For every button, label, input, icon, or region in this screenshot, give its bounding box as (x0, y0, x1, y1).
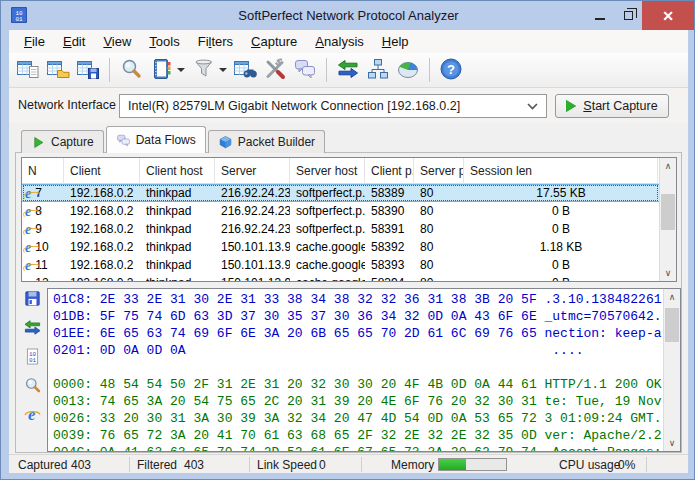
flow-row-11[interactable]: e11192.168.0.2thinkpad150.101.13.91cache… (22, 256, 659, 274)
cell-server: 216.92.24.234 (215, 186, 290, 200)
table-rows: e7192.168.0.2thinkpad216.92.24.234softpe… (22, 184, 659, 281)
new-flows-button[interactable] (13, 56, 43, 84)
menu-item-capture[interactable]: Capture (242, 31, 306, 52)
menu-item-analysis[interactable]: Analysis (306, 31, 372, 52)
network-interface-select[interactable]: Intel(R) 82579LM Gigabit Network Connect… (119, 94, 547, 118)
column-header-server[interactable]: Server (215, 158, 290, 184)
menu-item-tools[interactable]: Tools (140, 31, 188, 52)
cell-client: 192.168.0.2 (64, 276, 140, 281)
browser-icon: e (25, 205, 31, 218)
column-header-client-host[interactable]: Client host (140, 158, 215, 184)
flow-row-8[interactable]: e8192.168.0.2thinkpad216.92.24.234softpe… (22, 202, 659, 220)
address-book-button[interactable] (146, 56, 188, 84)
column-header-session-len[interactable]: Session len (464, 158, 658, 184)
filter-button[interactable] (188, 56, 230, 84)
save-file-icon (23, 289, 42, 311)
flows-button[interactable] (22, 319, 42, 339)
help-button[interactable]: ? (436, 56, 466, 84)
cell-server: 216.92.24.234 (215, 222, 290, 236)
ie-button[interactable]: e (22, 406, 42, 426)
column-header-client-p[interactable]: Client p... (365, 158, 414, 184)
hex-line-server: 0013: 74 65 3A 20 54 75 65 2C 20 31 39 2… (53, 393, 662, 410)
play-icon (566, 100, 576, 112)
title-bar[interactable]: 1001 SoftPerfect Network Protocol Analyz… (1, 1, 695, 30)
tab-data-flows[interactable]: Data Flows (106, 126, 206, 153)
browser-icon: e (25, 259, 31, 272)
hex-line-server: 0000: 48 54 54 50 2F 31 2E 31 20 32 30 3… (53, 376, 662, 393)
cell-server-host: cache.google.... (290, 258, 365, 272)
scroll-up-icon[interactable]: ∧ (660, 158, 676, 174)
flows-button[interactable] (333, 56, 363, 84)
cell-client-port: 58390 (365, 204, 414, 218)
status-separator (129, 457, 130, 472)
column-header-client[interactable]: Client (64, 158, 140, 184)
scrollbar-thumb[interactable] (665, 308, 679, 342)
scroll-up-icon[interactable]: ∧ (664, 289, 680, 305)
flows-icon (23, 318, 42, 340)
hex-scrollbar[interactable]: ∧ ∨ (663, 289, 680, 451)
status-separator (249, 457, 250, 472)
flow-row-12[interactable]: e12192.168.0.2thinkpad150.101.13.91cache… (22, 274, 659, 281)
flow-row-9[interactable]: e9192.168.0.2thinkpad216.92.24.234softpe… (22, 220, 659, 238)
cell-n: e7 (22, 186, 64, 200)
memory-bar (438, 458, 507, 471)
tab-capture[interactable]: Capture (21, 130, 104, 153)
status-separator (646, 457, 647, 472)
find-flows-button[interactable] (230, 56, 260, 84)
hex-line-server: 004C: 0A 41 63 63 65 70 74 2D 52 61 6E 6… (53, 444, 662, 451)
cell-n: e12 (22, 276, 64, 281)
save-file-button[interactable] (22, 290, 42, 310)
cell-server-host: softperfect.p... (290, 222, 365, 236)
dropdown-arrow-icon[interactable] (219, 68, 227, 72)
network-icon (366, 57, 390, 84)
minimize-button[interactable] (586, 1, 614, 30)
scrollbar-thumb[interactable] (661, 194, 675, 230)
view-icon (23, 376, 42, 398)
menu-item-help[interactable]: Help (373, 31, 418, 52)
app-window: 1001 SoftPerfect Network Protocol Analyz… (0, 0, 695, 480)
table-scrollbar[interactable]: ∧ ∨ (659, 158, 676, 281)
cell-client-port: 58391 (365, 222, 414, 236)
column-header-n[interactable]: N (22, 158, 64, 184)
new-flows-icon (16, 57, 40, 84)
menu-item-edit[interactable]: Edit (54, 31, 94, 52)
cell-client-host: thinkpad (140, 204, 215, 218)
flow-row-7[interactable]: e7192.168.0.2thinkpad216.92.24.234softpe… (22, 184, 659, 202)
settings-button[interactable] (260, 56, 290, 84)
cell-n: e11 (22, 258, 64, 272)
dropdown-arrow-icon[interactable] (177, 68, 185, 72)
close-button[interactable]: ✕ (642, 1, 694, 30)
menu-item-file[interactable]: File (15, 31, 54, 52)
cell-server-port: 80 (414, 222, 464, 236)
restore-button[interactable] (614, 1, 642, 30)
cell-client: 192.168.0.2 (64, 204, 140, 218)
cell-session: 0 B (464, 276, 658, 281)
menu-item-filters[interactable]: Filters (189, 31, 242, 52)
hex-dump: 01C8: 2E 33 2E 31 30 2E 31 33 38 34 38 3… (53, 291, 662, 451)
toolbar: ? (9, 53, 688, 88)
statistics-button[interactable] (393, 56, 423, 84)
hex-line-client: 0201: 0D 0A 0D 0A .... (53, 342, 662, 359)
column-header-server-host[interactable]: Server host (290, 158, 365, 184)
hex-view[interactable]: 01C8: 2E 33 2E 31 30 2E 31 33 38 34 38 3… (47, 288, 681, 452)
address-book-icon (150, 57, 174, 84)
tab-packet-builder[interactable]: Packet Builder (208, 130, 325, 153)
cpu-usage-label: CPU usage (559, 458, 620, 472)
cell-n: e10 (22, 240, 64, 254)
start-capture-button[interactable]: Start Capture (555, 94, 669, 118)
network-button[interactable] (363, 56, 393, 84)
comments-button[interactable] (290, 56, 320, 84)
scroll-down-icon[interactable]: ∨ (660, 265, 676, 281)
binary-doc-button[interactable]: 1001 (22, 348, 42, 368)
view-button[interactable] (116, 56, 146, 84)
open-flows-button[interactable] (43, 56, 73, 84)
close-icon: ✕ (662, 9, 674, 23)
scroll-down-icon[interactable]: ∨ (664, 435, 680, 451)
save-flows-button[interactable] (73, 56, 103, 84)
view-button[interactable] (22, 377, 42, 397)
cell-client: 192.168.0.2 (64, 240, 140, 254)
menu-item-view[interactable]: View (94, 31, 140, 52)
flow-row-10[interactable]: e10192.168.0.2thinkpad150.101.13.91cache… (22, 238, 659, 256)
column-header-server-p[interactable]: Server p... (414, 158, 464, 184)
play-icon (31, 135, 46, 150)
